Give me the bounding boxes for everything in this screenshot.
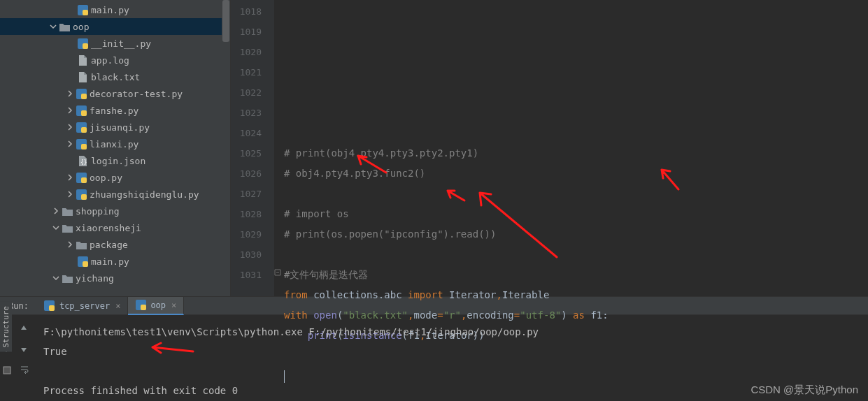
code-token: # print(obj4.pty4.pty3.pty2.pty1) (284, 147, 478, 159)
close-icon[interactable]: × (115, 301, 120, 311)
tree-item[interactable]: jisuanqi.py (0, 119, 230, 136)
structure-tool-window-tab[interactable]: Structure (0, 302, 12, 352)
fold-start-icon[interactable] (274, 269, 283, 277)
run-up-button[interactable] (20, 322, 31, 333)
chevron-right-icon[interactable] (64, 140, 76, 147)
chevron-right-icon[interactable] (64, 174, 76, 181)
line-number: 1018 (231, 1, 262, 22)
tree-item-label: login.json (91, 156, 145, 166)
chevron-right-icon[interactable] (64, 124, 76, 131)
tree-item[interactable]: shopping (0, 203, 230, 219)
tree-item[interactable]: {}login.json (0, 152, 230, 169)
svg-rect-3 (83, 43, 88, 49)
code-line[interactable]: # print(obj4.pty4.pty3.pty2.pty1) (284, 143, 868, 163)
console-line: Process finished with exit code 0 (43, 381, 858, 400)
run-tab-label: oop (150, 300, 166, 310)
run-down-button[interactable] (20, 343, 31, 354)
code-line[interactable]: #文件句柄是迭代器 (284, 265, 868, 285)
tree-item[interactable]: xiaorensheji (0, 219, 230, 236)
py-icon (76, 189, 87, 200)
tree-item[interactable]: package (0, 236, 230, 253)
tree-item-label: fanshe.py (90, 105, 138, 116)
dir-icon (62, 272, 73, 284)
line-number: 1020 (231, 42, 262, 62)
tree-item[interactable]: zhuangshiqidenglu.py (0, 186, 230, 203)
tree-item-label: yichang (76, 273, 114, 284)
sidebar-scrollbar[interactable] (222, 0, 230, 296)
tree-item-label: shopping (76, 206, 120, 217)
editor-code-area[interactable]: # print(obj4.pty4.pty3.pty2.pty1)# obj4.… (274, 0, 868, 296)
tree-item-label: zhuangshiqidenglu.py (90, 189, 199, 200)
tree-item[interactable]: oop.py (0, 169, 230, 186)
svg-rect-7 (81, 110, 87, 116)
tree-item[interactable]: oop (0, 18, 230, 35)
run-tab-label: tcp_server (59, 301, 110, 311)
line-number: 1028 (231, 204, 262, 224)
watermark: CSDN @景天说Python (750, 384, 858, 397)
code-line[interactable] (284, 184, 868, 204)
code-line[interactable] (284, 245, 868, 265)
run-softwrap-button[interactable] (20, 364, 31, 375)
code-token: # print(os.popen("ipconfig").read()) (284, 228, 496, 240)
tree-item[interactable]: main.py (0, 1, 230, 18)
project-tree[interactable]: main.pyoop__init__.pyapp.logblack.txtdec… (0, 0, 230, 286)
code-line[interactable]: # import os (284, 204, 868, 224)
line-number: 1031 (231, 265, 262, 285)
py-icon (76, 172, 87, 183)
tree-item[interactable]: fanshe.py (0, 102, 230, 119)
chevron-down-icon[interactable] (50, 275, 62, 282)
console-line: True (43, 342, 858, 361)
tree-item-label: black.txt (91, 72, 140, 82)
tree-item-label: package (90, 240, 128, 250)
code-token: import (408, 289, 449, 300)
code-token: from (284, 289, 313, 300)
svg-rect-5 (81, 94, 87, 99)
main-split: main.pyoop__init__.pyapp.logblack.txtdec… (0, 0, 868, 296)
code-line[interactable]: # print(os.popen("ipconfig").read()) (284, 224, 868, 245)
tree-item[interactable]: app.log (0, 52, 230, 68)
svg-rect-20 (49, 305, 55, 311)
run-tab[interactable]: oop× (128, 297, 184, 315)
chevron-right-icon[interactable] (64, 241, 76, 248)
chevron-right-icon[interactable] (64, 90, 76, 97)
tree-item[interactable]: main.py (0, 253, 230, 270)
editor[interactable]: 1018101910201021102210231024102510261027… (231, 0, 868, 296)
chevron-right-icon[interactable] (64, 107, 76, 114)
py-icon (76, 138, 87, 150)
py-icon (135, 300, 146, 311)
tree-item-label: oop.py (90, 173, 122, 183)
svg-rect-14 (81, 177, 87, 183)
file-icon (77, 54, 88, 66)
tree-item[interactable]: black.txt (0, 68, 230, 85)
chevron-right-icon[interactable] (50, 207, 62, 214)
run-tab[interactable]: tcp_server× (37, 297, 128, 315)
tree-item-label: lianxi.py (90, 139, 138, 150)
chevron-down-icon[interactable] (50, 224, 62, 231)
line-number: 1030 (231, 245, 262, 265)
tree-item[interactable]: lianxi.py (0, 136, 230, 152)
run-console[interactable]: F:\pythonitems\test1\venv\Scripts\python… (34, 315, 868, 401)
sidebar-scrollbar-thumb[interactable] (222, 0, 229, 42)
tree-item-label: __init__.py (91, 38, 151, 49)
code-token: Iterable (502, 289, 549, 300)
code-line[interactable]: from collections.abc import Iterator,Ite… (284, 285, 868, 305)
tree-item-label: xiaorensheji (76, 223, 141, 233)
console-line (43, 361, 858, 381)
line-number: 1029 (231, 224, 262, 245)
tree-item-label: jisuanqi.py (90, 122, 150, 133)
chevron-right-icon[interactable] (64, 191, 76, 198)
py-icon (77, 38, 88, 49)
tree-item[interactable]: __init__.py (0, 35, 230, 52)
tree-item-label: app.log (91, 55, 129, 66)
chevron-down-icon[interactable] (48, 23, 59, 30)
py-icon (77, 256, 88, 267)
file-icon (77, 71, 88, 82)
tree-item-label: oop (73, 22, 89, 32)
py-icon (44, 300, 55, 312)
run-stop-button[interactable] (3, 364, 14, 375)
tree-item[interactable]: decorator-test.py (0, 85, 230, 102)
tree-item[interactable]: yichang (0, 270, 230, 286)
close-icon[interactable]: × (171, 300, 176, 310)
code-line[interactable]: # obj4.pty4.pty3.func2() (284, 163, 868, 184)
dir-icon (76, 239, 87, 250)
